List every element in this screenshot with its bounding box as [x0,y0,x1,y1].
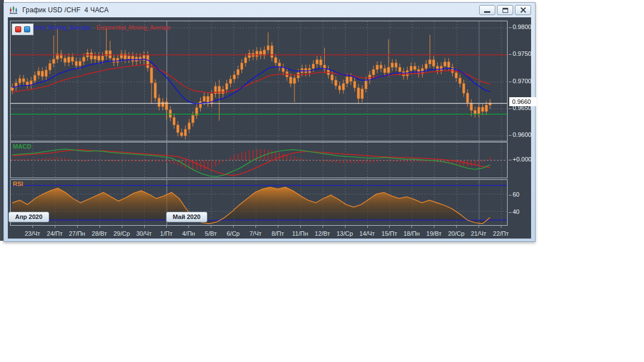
price-axis-label: 0.9600 [513,131,532,138]
rsi-axis-label: 40 [513,208,519,215]
date-axis-label: 6/Ср [222,230,244,237]
date-tick [345,225,345,228]
chart-client-area: Exponential_Moving_Average Exponential_M… [8,17,531,239]
date-tick [144,225,145,228]
price-axis-label: 0.9700 [513,78,532,84]
date-tick [278,225,278,228]
date-axis-label: 24/Пт [44,230,66,237]
date-axis-label: 23/Чт [21,230,44,237]
date-axis-label: 18/Пн [400,230,423,237]
date-tick [411,225,412,228]
desktop-background: График USD /CHF 4 ЧАСА Exponential_Movin… [0,0,644,362]
date-tick [55,225,55,228]
date-tick [166,225,167,228]
date-axis-label: 14/Чт [356,230,378,237]
minimize-icon [484,11,490,13]
date-axis-label: 15/Пт [378,230,400,237]
restore-button[interactable] [497,5,513,15]
candlestick-chart-icon [8,6,18,15]
minimize-button[interactable] [479,5,495,15]
date-axis-label: 7/Чт [244,230,267,237]
window-titlebar[interactable]: График USD /CHF 4 ЧАСА [4,3,535,17]
date-tick [100,225,100,228]
date-axis-label: 13/Ср [334,230,356,237]
date-tick [255,225,256,228]
macd-label: MACD [13,143,31,150]
date-tick [211,225,211,228]
date-tick [233,225,234,228]
date-axis-label: 8/Пт [267,230,289,237]
rsi-label: RSI [13,180,23,187]
date-tick [367,225,368,228]
window-title: График USD /CHF 4 ЧАСА [22,6,108,14]
date-axis-label: 1/Пт [155,230,177,237]
rsi-chart [11,180,507,225]
legend-ema-slow: Exponential_Moving_Average [96,25,171,31]
macd-axis-label: +0.000 [513,156,532,163]
rsi-panel[interactable]: RSI [10,179,508,226]
date-axis-label: 29/Ср [111,230,133,237]
macd-chart [11,142,507,178]
date-tick [77,225,78,228]
grid-layer [11,21,507,141]
month-button-april[interactable]: Апр 2020 [8,212,49,222]
macd-line [12,149,490,177]
date-axis-label: 20/Ср [445,230,467,237]
date-tick [300,225,301,228]
buy-marker-button[interactable] [24,26,30,32]
signal-line [12,150,490,175]
date-tick [479,225,479,228]
price-chart [11,21,507,141]
date-axis-label: 5/Вт [200,230,222,237]
rsi-axis-label: 60 [513,191,519,198]
sell-marker-button[interactable] [15,26,21,32]
chart-window: График USD /CHF 4 ЧАСА Exponential_Movin… [3,2,536,242]
rsi-area [12,187,490,223]
close-icon [520,7,527,13]
macd-panel[interactable]: MACD [10,142,508,178]
window-controls [479,5,531,15]
date-axis-label: 19/Вт [423,230,445,237]
date-tick [323,225,323,228]
date-tick [434,225,434,228]
price-axis-label: 0.9800 [513,23,532,30]
current-price-box: 0.9660 [509,97,537,106]
date-axis-label: 21/Чт [467,230,490,237]
date-axis-label: 4/Пн [177,230,200,237]
date-axis-label: 28/Вт [88,230,111,237]
month-button-may[interactable]: Май 2020 [166,212,207,222]
chart-mini-toolbar [12,23,34,35]
restore-icon [503,8,508,13]
price-chart-panel[interactable]: Exponential_Moving_Average Exponential_M… [10,21,508,141]
date-tick [501,225,501,228]
date-tick [456,225,457,228]
date-tick [188,225,189,228]
date-axis-label: 30/Чт [133,230,155,237]
date-axis-label: 12/Вт [311,230,334,237]
indicator-legend: Exponential_Moving_Average Exponential_M… [16,25,171,31]
close-button[interactable] [515,5,531,15]
date-axis-label: 22/Пт [490,230,512,237]
date-axis-label: 11/Пн [289,230,311,237]
date-tick [32,225,33,228]
date-tick [389,225,390,228]
date-axis-label: 27/Пн [66,230,88,237]
date-tick [122,225,122,228]
price-axis-label: 0.9750 [513,50,532,57]
